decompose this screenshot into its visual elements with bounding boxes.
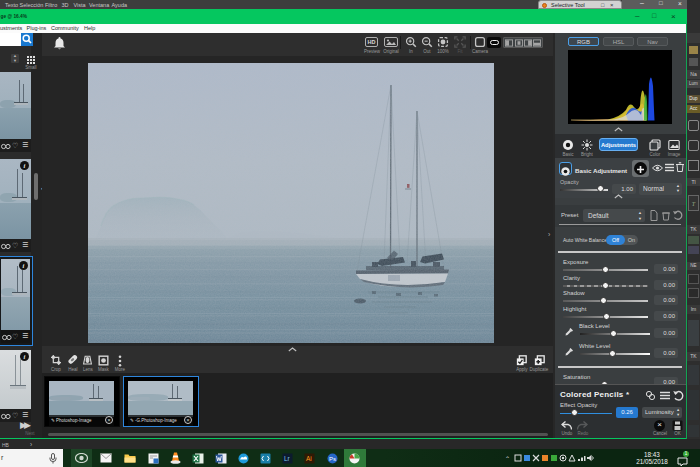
svg-text:Ai: Ai <box>306 455 312 462</box>
svg-text:Lr: Lr <box>284 455 291 462</box>
svg-text:Ps: Ps <box>329 456 336 462</box>
